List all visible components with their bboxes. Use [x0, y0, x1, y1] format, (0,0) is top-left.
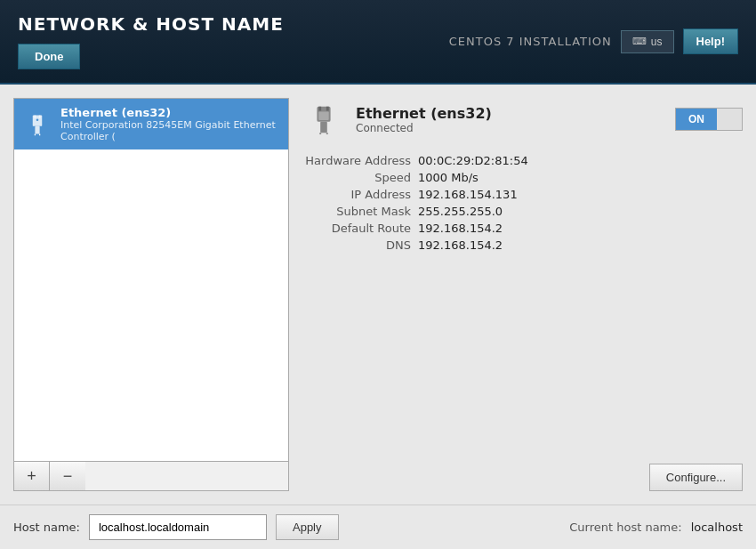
list-buttons: + − [13, 462, 289, 491]
network-item-desc: Intel Corporation 82545EM Gigabit Ethern… [60, 119, 279, 142]
speed-value: 1000 Mb/s [418, 171, 479, 184]
left-panel: Ethernet (ens32) Intel Corporation 82545… [13, 98, 289, 491]
default-route-label: Default Route [302, 222, 418, 235]
apply-button[interactable]: Apply [276, 514, 339, 540]
svg-rect-9 [318, 111, 328, 120]
ethernet-icon [23, 110, 52, 139]
details-table: Hardware Address 00:0C:29:D2:81:54 Speed… [302, 154, 743, 255]
subnet-mask-label: Subnet Mask [302, 205, 418, 218]
device-status: Connected [356, 122, 492, 134]
svg-point-4 [36, 118, 39, 121]
dns-row: DNS 192.168.154.2 [302, 238, 743, 252]
centos-label: CENTOS 7 INSTALLATION [449, 35, 612, 48]
hostname-area: Host name: Apply [13, 514, 339, 540]
help-button[interactable]: Help! [683, 28, 739, 54]
dns-value: 192.168.154.2 [418, 238, 503, 252]
hardware-address-label: Hardware Address [302, 154, 418, 167]
svg-rect-3 [35, 125, 39, 133]
right-panel: Ethernet (ens32) Connected ON Hardware A… [302, 98, 743, 491]
hostname-input[interactable] [89, 514, 267, 540]
speed-label: Speed [302, 171, 418, 184]
device-info: Ethernet (ens32) Connected [302, 98, 492, 141]
device-header: Ethernet (ens32) Connected ON [302, 98, 743, 141]
toggle-switch: ON [675, 108, 743, 131]
add-network-button[interactable]: + [14, 462, 50, 490]
network-item-text: Ethernet (ens32) Intel Corporation 82545… [60, 106, 279, 142]
toggle-off-button[interactable] [717, 109, 742, 130]
subnet-mask-value: 255.255.255.0 [418, 205, 503, 218]
current-hostname-value: localhost [691, 521, 743, 534]
svg-rect-7 [326, 107, 329, 111]
page-title: NETWORK & HOST NAME [18, 13, 284, 35]
network-list-item[interactable]: Ethernet (ens32) Intel Corporation 82545… [14, 99, 288, 149]
keyboard-icon: ⌨ [632, 36, 647, 47]
ip-address-value: 192.168.154.131 [418, 188, 518, 201]
done-button[interactable]: Done [18, 44, 80, 69]
speed-row: Speed 1000 Mb/s [302, 171, 743, 184]
configure-area: Configure... [302, 450, 743, 491]
svg-rect-6 [318, 107, 321, 111]
header: NETWORK & HOST NAME Done CENTOS 7 INSTAL… [0, 0, 756, 85]
network-list: Ethernet (ens32) Intel Corporation 82545… [13, 98, 289, 462]
keyboard-label: us [651, 36, 663, 48]
hostname-label: Host name: [13, 521, 80, 534]
ip-address-row: IP Address 192.168.154.131 [302, 188, 743, 201]
current-hostname-area: Current host name: localhost [569, 521, 743, 534]
device-name: Ethernet (ens32) [356, 105, 492, 122]
device-title: Ethernet (ens32) Connected [356, 105, 492, 134]
header-right: CENTOS 7 INSTALLATION ⌨ us Help! [449, 28, 738, 54]
ip-address-label: IP Address [302, 188, 418, 201]
hardware-address-value: 00:0C:29:D2:81:54 [418, 154, 528, 167]
svg-rect-2 [39, 115, 41, 118]
header-left: NETWORK & HOST NAME Done [18, 13, 284, 69]
network-item-name: Ethernet (ens32) [60, 106, 279, 119]
default-route-value: 192.168.154.2 [418, 222, 503, 235]
keyboard-button[interactable]: ⌨ us [621, 30, 674, 53]
configure-button[interactable]: Configure... [649, 464, 743, 491]
toggle-on-button[interactable]: ON [676, 109, 717, 130]
default-route-row: Default Route 192.168.154.2 [302, 222, 743, 235]
subnet-mask-row: Subnet Mask 255.255.255.0 [302, 205, 743, 218]
current-hostname-label: Current host name: [569, 521, 681, 534]
svg-rect-1 [35, 115, 36, 118]
device-ethernet-icon [302, 98, 345, 141]
main-content: Ethernet (ens32) Intel Corporation 82545… [0, 85, 756, 549]
content-area: Ethernet (ens32) Intel Corporation 82545… [0, 85, 756, 505]
bottom-bar: Host name: Apply Current host name: loca… [0, 505, 756, 549]
remove-network-button[interactable]: − [50, 462, 85, 490]
hardware-address-row: Hardware Address 00:0C:29:D2:81:54 [302, 154, 743, 167]
svg-rect-8 [320, 122, 327, 133]
dns-label: DNS [302, 238, 418, 252]
